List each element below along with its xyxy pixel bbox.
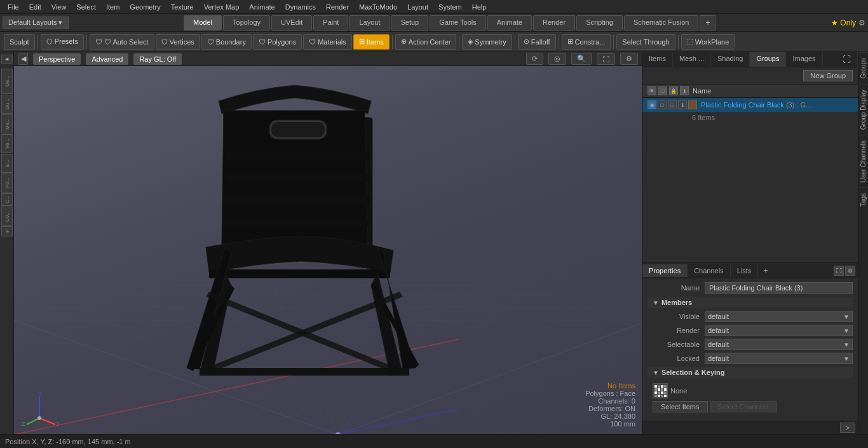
- layout-tab-layout[interactable]: Layout: [349, 15, 390, 31]
- name-input[interactable]: [705, 282, 853, 294]
- symmetry-btn[interactable]: ◈ Symmetry: [462, 34, 512, 50]
- action-center-btn[interactable]: ⊕ Action Center: [395, 34, 457, 50]
- pt-tab-properties[interactable]: Properties: [642, 264, 688, 277]
- layout-gear[interactable]: ⚙: [858, 18, 865, 27]
- rp-expand-btn[interactable]: ⛶: [836, 52, 858, 67]
- menu-texture[interactable]: Texture: [166, 2, 199, 12]
- materials-btn[interactable]: 🛡 Materials: [303, 34, 352, 50]
- vp-btn-settings[interactable]: ⚙: [620, 53, 638, 65]
- falloff-btn[interactable]: ⊙ Falloff: [518, 34, 556, 50]
- col-info-icon[interactable]: ℹ: [680, 86, 689, 95]
- boundary-btn[interactable]: 🛡 Boundary: [201, 34, 252, 50]
- sidebar-btn-1[interactable]: De...: [1, 69, 13, 94]
- layout-tab-uvedit[interactable]: UVEdit: [271, 15, 312, 31]
- items-btn[interactable]: ⊞ Items: [353, 34, 390, 50]
- pt-add-btn[interactable]: +: [758, 263, 773, 278]
- col-render-icon[interactable]: □: [658, 86, 667, 95]
- sel-keying-header[interactable]: ▼ Selection & Keying: [648, 367, 853, 378]
- menu-vertex-map[interactable]: Vertex Map: [199, 2, 245, 12]
- sidebar-toggle[interactable]: ◀: [1, 55, 13, 64]
- auto-select-btn[interactable]: 🛡 🛡 Auto Select: [90, 34, 154, 50]
- menu-layout[interactable]: Layout: [402, 2, 433, 12]
- menu-item[interactable]: Item: [101, 2, 125, 12]
- sidebar-btn-6[interactable]: Po...: [1, 173, 13, 193]
- workplane-btn[interactable]: ⬚ WorkPlane: [681, 34, 735, 50]
- presets-btn[interactable]: ⬡ Presets: [41, 34, 84, 50]
- select-through-btn[interactable]: Select Through: [616, 34, 675, 50]
- vertices-btn[interactable]: ⬡ Vertices: [156, 34, 200, 50]
- layout-tab-render[interactable]: Render: [533, 15, 575, 31]
- rvt-group-display[interactable]: Group Display: [858, 84, 868, 135]
- selectable-select[interactable]: default ▼: [705, 339, 853, 350]
- layout-tab-schematic[interactable]: Schematic Fusion: [624, 15, 698, 31]
- select-channels-btn[interactable]: Select Channels: [710, 401, 777, 412]
- gi-eye-icon[interactable]: ◉: [648, 100, 656, 109]
- menu-select[interactable]: Select: [71, 2, 101, 12]
- pt-gear-icon[interactable]: ⚙: [845, 266, 855, 276]
- rp-tab-shading[interactable]: Shading: [711, 52, 750, 67]
- sidebar-btn-3[interactable]: Me...: [1, 114, 13, 133]
- vp-tab-ray[interactable]: Ray GL: Off: [133, 53, 182, 65]
- visible-select[interactable]: default ▼: [705, 311, 853, 322]
- vp-tab-perspective[interactable]: Perspective: [33, 53, 81, 65]
- gi-render-icon[interactable]: □: [658, 100, 667, 109]
- menu-maxtomodo[interactable]: MaxToModo: [354, 2, 402, 12]
- viewport-3d[interactable]: No Items Polygons : Face Channels: 0 Def…: [14, 66, 642, 434]
- sculpt-btn[interactable]: Sculpt: [4, 34, 35, 50]
- vp-btn-zoom[interactable]: 🔍: [571, 53, 592, 65]
- rvt-tags[interactable]: Tags: [858, 187, 868, 212]
- vp-btn-fit[interactable]: ◎: [548, 53, 566, 65]
- rp-tab-items[interactable]: Items: [642, 52, 673, 67]
- members-section-header[interactable]: ▼ Members: [648, 297, 853, 308]
- locked-select[interactable]: default ▼: [705, 353, 853, 364]
- gi-info-icon[interactable]: ℹ: [678, 100, 687, 109]
- rvt-user-channels[interactable]: User Channels: [858, 135, 868, 187]
- layout-tab-topology[interactable]: Topology: [223, 15, 270, 31]
- menu-geometry[interactable]: Geometry: [125, 2, 165, 12]
- sidebar-btn-5[interactable]: E...: [1, 154, 13, 173]
- menu-edit[interactable]: Edit: [24, 2, 46, 12]
- layout-tab-setup[interactable]: Setup: [391, 15, 428, 31]
- vp-tab-advanced[interactable]: Advanced: [86, 53, 128, 65]
- pt-tab-lists[interactable]: Lists: [731, 264, 759, 277]
- vp-tab-toggle[interactable]: ◀: [18, 53, 28, 65]
- menu-render[interactable]: Render: [321, 2, 354, 12]
- rp-tab-groups[interactable]: Groups: [750, 52, 786, 67]
- props-expand-arrow[interactable]: >: [840, 423, 855, 433]
- layout-tab-model[interactable]: Model: [184, 15, 222, 31]
- menu-animate[interactable]: Animate: [244, 2, 280, 12]
- group-item-1[interactable]: ◉ □ □ ℹ Plastic Folding Chair Black (3) …: [642, 98, 858, 112]
- vp-btn-rotate[interactable]: ⟳: [526, 53, 543, 65]
- rvt-groups[interactable]: Groups: [858, 52, 868, 84]
- gi-lock-icon[interactable]: □: [668, 100, 677, 109]
- layout-tab-scripting[interactable]: Scripting: [576, 15, 623, 31]
- rp-tab-images[interactable]: Images: [786, 52, 822, 67]
- items-icon: ⊞: [359, 37, 365, 46]
- layout-tab-add[interactable]: +: [700, 15, 715, 31]
- col-lock-icon[interactable]: 🔒: [669, 86, 678, 95]
- constraint-btn[interactable]: ⊞ Constra...: [562, 34, 611, 50]
- sidebar-btn-4[interactable]: Ve...: [1, 134, 13, 153]
- menu-system[interactable]: System: [433, 2, 467, 12]
- polygons-btn[interactable]: 🛡 Polygons: [253, 34, 302, 50]
- sidebar-btn-2[interactable]: Du...: [1, 95, 13, 114]
- pt-expand-icon[interactable]: ⛶: [834, 266, 844, 276]
- new-group-btn[interactable]: New Group: [803, 70, 853, 81]
- menu-file[interactable]: File: [3, 2, 24, 12]
- sidebar-btn-7[interactable]: C...: [1, 193, 13, 206]
- sidebar-btn-8[interactable]: UV...: [1, 207, 13, 226]
- menu-help[interactable]: Help: [467, 2, 492, 12]
- layout-tab-paint[interactable]: Paint: [313, 15, 348, 31]
- sidebar-btn-9[interactable]: F: [1, 226, 13, 236]
- layout-tab-animate[interactable]: Animate: [487, 15, 532, 31]
- rp-tab-mesh[interactable]: Mesh ...: [673, 52, 711, 67]
- layout-tab-gametools[interactable]: Game Tools: [430, 15, 486, 31]
- layout-dropdown[interactable]: Default Layouts ▾: [3, 17, 69, 29]
- vp-btn-expand[interactable]: ⛶: [597, 53, 615, 65]
- pt-tab-channels[interactable]: Channels: [688, 264, 730, 277]
- menu-view[interactable]: View: [46, 2, 72, 12]
- render-select[interactable]: default ▼: [705, 325, 853, 336]
- col-eye-icon[interactable]: 👁: [648, 86, 656, 95]
- menu-dynamics[interactable]: Dynamics: [280, 2, 321, 12]
- select-items-btn[interactable]: Select Items: [653, 401, 708, 412]
